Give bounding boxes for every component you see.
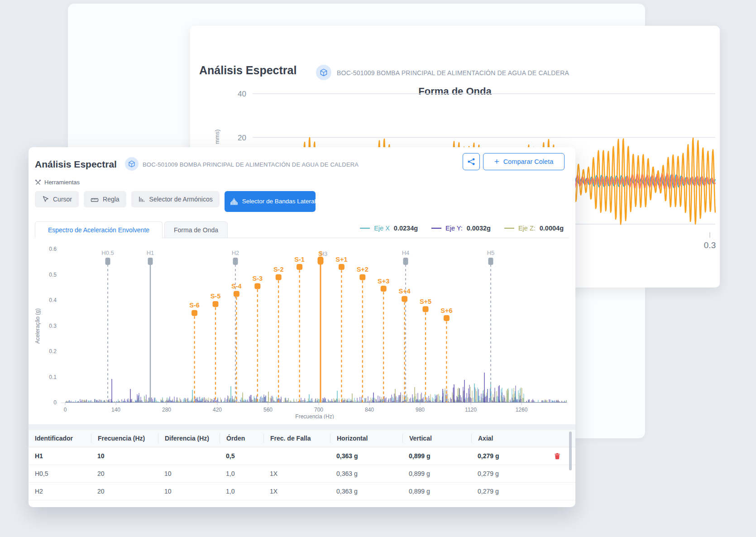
- y-tick-label: 0.1: [49, 374, 57, 380]
- tab-bar: Espectro de Aceleración EnvolventeForma …: [35, 221, 228, 238]
- harmonic-label: H2: [232, 249, 239, 256]
- tool-button-harmonics[interactable]: Selector de Armónicos: [131, 191, 220, 207]
- y-tick-label: 0.5: [49, 272, 57, 278]
- share-icon: [467, 158, 475, 166]
- x-tick-label: 1120: [465, 407, 477, 413]
- harmonic-label: H4: [402, 249, 410, 256]
- column-header: Diferencia (Hz): [158, 434, 220, 443]
- sideband-marker[interactable]: [444, 315, 450, 321]
- y-tick-label: 20: [238, 134, 246, 142]
- x-tick-label: 0: [64, 407, 67, 413]
- x-tick-label: 140: [111, 407, 120, 413]
- y-tick-label: 40: [238, 90, 246, 98]
- trash-icon[interactable]: [554, 452, 561, 460]
- sideband-center-label: S: [318, 249, 323, 257]
- legend-item-axis-x[interactable]: Eje X0.0234g: [360, 225, 418, 232]
- table-cell: 0,5: [220, 452, 263, 460]
- x-tick-label: 700: [314, 407, 323, 413]
- legend-value: 0.0032g: [467, 225, 491, 232]
- table-scrollbar[interactable]: [569, 432, 572, 470]
- sideband-marker[interactable]: [423, 306, 429, 312]
- sideband-label: S-5: [211, 292, 221, 300]
- table-cell: 0,899 g: [402, 452, 471, 460]
- toolbar: CursorReglaSelector de ArmónicosSelector…: [35, 191, 316, 212]
- plus-icon: +: [494, 157, 499, 166]
- harmonic-pin[interactable]: [403, 258, 408, 265]
- table-cell: 20: [91, 470, 158, 477]
- legend-label: Eje Y:: [445, 225, 463, 232]
- asset-label: BOC-501009 BOMBA PRINCIPAL DE ALIMENTACI…: [143, 161, 359, 168]
- table-cell: 10: [158, 488, 220, 495]
- sideband-label: S+5: [420, 298, 431, 305]
- sideband-marker[interactable]: [381, 286, 387, 292]
- harmonics-icon: [138, 196, 145, 203]
- x-tick-label: 420: [213, 407, 222, 413]
- tool-button-cursor[interactable]: Cursor: [35, 191, 79, 207]
- harmonic-pin[interactable]: [105, 258, 110, 265]
- compare-collection-button[interactable]: + Comparar Coleta: [483, 153, 565, 170]
- table-cell: 20: [91, 488, 158, 495]
- sideband-marker[interactable]: [276, 274, 282, 280]
- table-cell: H0,5: [29, 470, 91, 477]
- ruler-icon: [91, 196, 99, 203]
- tools-icon: [35, 179, 41, 186]
- page-title: Análisis Espectral: [199, 64, 297, 77]
- tool-label: Selector de Armónicos: [149, 196, 213, 203]
- asset-badge: [125, 157, 139, 171]
- sideband-marker[interactable]: [234, 291, 239, 297]
- x-tick-label: 980: [416, 407, 425, 413]
- y-axis-title: Aceleração (g): [34, 308, 41, 344]
- tab-waveform[interactable]: Forma de Onda: [164, 221, 228, 238]
- legend-item-axis-y[interactable]: Eje Y:0.0032g: [431, 225, 491, 232]
- sideband-center-marker[interactable]: [318, 257, 324, 265]
- harmonic-pin[interactable]: [148, 258, 153, 265]
- column-header: Identificador: [29, 434, 91, 443]
- tool-button-sidebands[interactable]: Selector de Bandas Laterales: [225, 191, 316, 212]
- sidebands-icon: [230, 197, 238, 206]
- column-header: Axial: [471, 434, 539, 443]
- harmonics-table: IdentificadorFrecuencia (Hz)Diferencia (…: [29, 430, 575, 500]
- x-tick-label: 0.3: [704, 240, 716, 250]
- axis-legend: Eje X0.0234gEje Y:0.0032gEje Z:0.0004g: [360, 225, 564, 232]
- column-header: Vertical: [402, 434, 471, 443]
- column-header: Frec. de Falla: [263, 434, 330, 443]
- legend-dash: [360, 228, 370, 229]
- legend-dash: [504, 228, 514, 229]
- share-button[interactable]: [463, 153, 480, 170]
- sideband-label: S-1: [294, 256, 305, 263]
- x-tick-label: 560: [263, 407, 273, 413]
- tool-button-ruler[interactable]: Regla: [84, 191, 126, 207]
- sideband-marker[interactable]: [213, 301, 219, 307]
- tool-label: Selector de Bandas Laterales: [242, 198, 310, 206]
- sideband-marker[interactable]: [402, 296, 407, 302]
- y-axis-title-partial: mms): [214, 129, 220, 144]
- sideband-label: S-4: [231, 283, 242, 290]
- harmonic-pin[interactable]: [488, 258, 493, 265]
- table-cell: 0,363 g: [330, 488, 402, 495]
- sideband-label: S-6: [189, 302, 200, 309]
- sideband-marker[interactable]: [191, 310, 197, 316]
- table-row-H1: H1100,50,363 g0,899 g0,279 g: [29, 447, 575, 465]
- sideband-label: S+6: [440, 307, 452, 314]
- legend-item-axis-z[interactable]: Eje Z:0.0004g: [504, 225, 564, 232]
- legend-value: 0.0004g: [540, 225, 564, 232]
- sideband-marker[interactable]: [297, 264, 302, 270]
- legend-label: Eje X: [374, 225, 390, 232]
- sideband-label: S-3: [253, 275, 263, 282]
- column-header: Órden: [220, 434, 263, 443]
- sideband-marker[interactable]: [254, 283, 260, 289]
- page-title: Análisis Espectral: [35, 159, 117, 170]
- tab-spectrum[interactable]: Espectro de Aceleración Envolvente: [35, 221, 163, 238]
- harmonic-label: H5: [487, 249, 495, 256]
- table-header-row: IdentificadorFrecuencia (Hz)Diferencia (…: [29, 430, 575, 447]
- spectrum-chart[interactable]: 014028042056070084098011201260Frecuencia…: [33, 238, 572, 419]
- y-tick-label: 0: [53, 399, 57, 406]
- table-cell: 0,899 g: [402, 488, 471, 495]
- asset-label: BOC-501009 BOMBA PRINCIPAL DE ALIMENTACI…: [337, 69, 569, 77]
- sideband-marker[interactable]: [359, 274, 365, 280]
- legend-dash: [431, 228, 441, 229]
- table-cell: 1X: [263, 488, 330, 495]
- sideband-marker[interactable]: [339, 264, 345, 270]
- tool-label: Cursor: [53, 196, 72, 203]
- harmonic-pin[interactable]: [233, 258, 238, 265]
